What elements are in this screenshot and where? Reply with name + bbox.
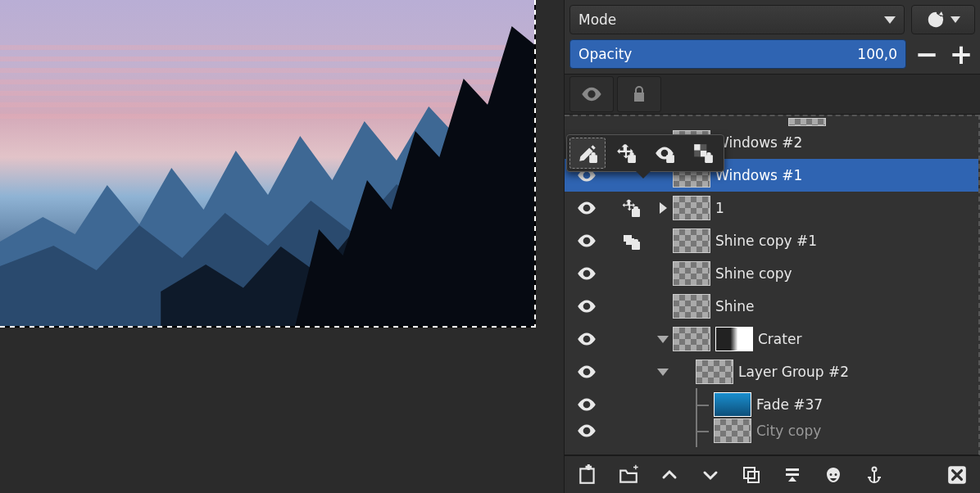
layer-row[interactable]: Fade #37 [565,388,978,421]
layer-visibility-toggle[interactable] [565,420,609,441]
header-visibility[interactable] [569,76,614,112]
layer-visibility-toggle[interactable] [565,197,609,219]
svg-rect-4 [666,155,674,163]
lock-pixels-button[interactable] [569,138,606,169]
layer-thumbnail[interactable] [673,228,710,253]
eye-icon [576,197,597,219]
layer-row[interactable]: Crater [565,323,978,355]
lock-options-popup [566,134,724,172]
layer-mask-thumbnail[interactable] [715,327,753,351]
layer-lock-cell[interactable] [609,198,653,218]
layer-expand-toggle[interactable] [653,336,673,343]
opacity-increment[interactable]: + [947,40,975,68]
alpha-lock-icon [692,142,714,164]
layer-row[interactable]: 1 [565,192,978,224]
svg-rect-16 [632,242,640,250]
layer-thumbnail[interactable] [714,392,751,417]
layer-thumbnail[interactable] [673,261,710,286]
chevron-down-icon [701,465,720,485]
layer-name[interactable]: Windows #2 [715,134,972,151]
layers-lock-icon [621,231,641,251]
layer-visibility-toggle[interactable] [565,296,609,317]
svg-rect-13 [633,206,638,210]
eye-icon [576,328,597,350]
new-layer-button[interactable] [576,464,599,486]
chevron-down-icon [657,369,669,376]
layer-visibility-toggle[interactable] [565,263,609,284]
chevron-up-icon [660,465,679,485]
new-group-button[interactable] [617,464,640,486]
layer-expand-toggle[interactable] [653,369,673,376]
duplicate-layer-button[interactable] [740,464,763,486]
add-mask-button[interactable] [822,464,845,486]
lock-alpha-button[interactable] [685,138,721,169]
layer-name[interactable]: Crater [758,331,972,347]
chevron-right-icon [660,202,667,214]
delete-layer-button[interactable] [946,464,969,486]
layer-name[interactable]: City copy [756,423,972,439]
layer-visibility-toggle[interactable] [565,394,609,415]
opacity-decrement[interactable]: − [913,40,941,68]
layer-thumbnail[interactable] [673,327,710,351]
svg-rect-17 [633,239,638,242]
move-lock-icon [615,142,637,164]
layer-thumbnail[interactable] [714,418,751,443]
layer-visibility-toggle[interactable] [565,328,609,350]
svg-rect-19 [744,468,755,478]
layer-up-button[interactable] [658,464,681,486]
eye-icon [576,420,597,441]
duplicate-icon [742,465,761,485]
layer-row[interactable]: Shine [565,290,978,323]
canvas-area[interactable] [0,0,564,493]
lock-position-button[interactable] [608,138,644,169]
layer-name[interactable]: Layer Group #2 [738,364,972,380]
eye-icon [576,296,597,317]
layer-thumbnail [788,118,826,126]
svg-rect-9 [701,144,707,151]
layers-panel: Mode Opacity 100,0 − + [564,0,980,493]
layer-name[interactable]: Shine copy [715,265,972,282]
layers-list[interactable]: Windows #2Windows #11Shine copy #1Shine … [565,115,980,455]
layer-thumbnail[interactable] [673,196,710,220]
svg-rect-8 [694,151,701,157]
layer-row[interactable]: Layer Group #2 [565,355,978,388]
svg-point-21 [873,467,877,471]
move-lock-icon [621,198,641,218]
layer-thumbnail[interactable] [673,294,710,319]
eye-icon [576,394,597,415]
layer-expand-toggle[interactable] [653,202,673,214]
layer-visibility-toggle[interactable] [565,230,609,251]
layer-row[interactable]: City copy [565,421,978,441]
reset-icon [926,10,946,29]
layer-row[interactable]: Shine copy #1 [565,224,978,257]
close-icon [946,464,968,486]
layer-lock-cell[interactable] [609,231,653,251]
document-canvas[interactable] [0,0,536,328]
layer-thumbnail[interactable] [696,360,733,384]
svg-rect-20 [748,472,759,482]
blend-mode-dropdown[interactable]: Mode [569,5,905,34]
new-layer-icon [577,464,598,486]
layer-name[interactable]: Shine copy #1 [715,233,972,249]
anchor-layer-button[interactable] [863,464,886,486]
layer-name[interactable]: Windows #1 [715,167,972,183]
svg-rect-6 [694,144,701,151]
svg-rect-0 [589,155,597,163]
svg-rect-2 [628,155,636,163]
svg-rect-1 [591,152,595,156]
layer-name[interactable]: Shine [715,298,972,314]
chevron-down-icon [657,336,669,343]
layer-name[interactable]: Fade #37 [756,396,972,413]
merge-down-button[interactable] [781,464,804,486]
layer-down-button[interactable] [699,464,722,486]
layer-name[interactable]: 1 [715,200,972,216]
mode-switch-button[interactable] [911,5,975,34]
layer-row[interactable]: Shine copy [565,257,978,290]
merge-down-icon [783,465,802,485]
opacity-slider[interactable]: Opacity 100,0 [569,39,906,69]
layer-visibility-toggle[interactable] [565,361,609,382]
selection-ants-right [534,0,536,328]
layer-toolbar [565,455,980,493]
header-lock[interactable] [617,76,661,112]
lock-visibility-button[interactable] [647,138,683,169]
